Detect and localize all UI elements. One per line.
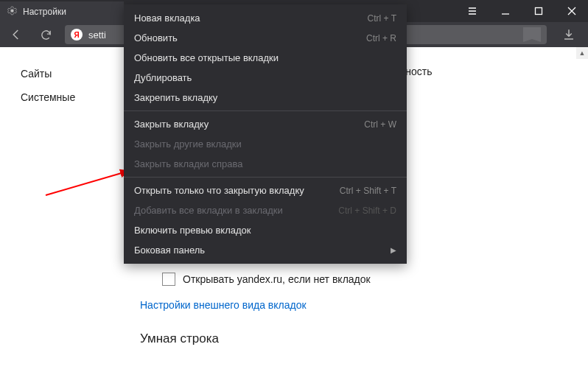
menu-separator (124, 177, 407, 178)
site-icon: Я (71, 29, 83, 41)
menu-pin[interactable]: Закрепить вкладку (124, 88, 407, 108)
back-button[interactable] (6, 24, 27, 45)
menu-bookmark-all: Добавить все вкладки в закладкиCtrl + Sh… (124, 200, 407, 220)
checkbox-icon[interactable] (162, 273, 175, 286)
menu-close-right: Закрыть вкладки справа (124, 154, 407, 174)
minimize-button[interactable] (489, 0, 522, 22)
tab-title: Настройки (23, 7, 66, 17)
scroll-up-button[interactable]: ▲ (576, 47, 588, 59)
close-button[interactable] (555, 0, 588, 22)
menu-side-panel[interactable]: Боковая панель▶ (124, 240, 407, 260)
gear-icon (7, 6, 17, 18)
menu-button[interactable] (455, 0, 489, 22)
bookmark-icon[interactable] (523, 27, 541, 42)
svg-point-0 (11, 10, 13, 12)
browser-tab[interactable]: Настройки (0, 1, 124, 22)
maximize-button[interactable] (522, 0, 555, 22)
svg-rect-1 (535, 8, 542, 15)
menu-new-tab[interactable]: Новая вкладкаCtrl + T (124, 8, 407, 28)
downloads-button[interactable] (556, 28, 582, 41)
url-text: setti (88, 29, 106, 41)
menu-reload[interactable]: ОбновитьCtrl + R (124, 28, 407, 48)
sidebar-item-sites[interactable]: Сайты (21, 62, 133, 85)
reload-button[interactable] (35, 24, 56, 45)
sidebar-item-system[interactable]: Системные (21, 85, 133, 109)
menu-close-tab[interactable]: Закрыть вкладкуCtrl + W (124, 114, 407, 134)
tab-appearance-link[interactable]: Настройки внешнего вида вкладок (140, 299, 588, 311)
svg-line-2 (46, 171, 129, 195)
menu-reopen-closed[interactable]: Открыть только что закрытую вкладкуCtrl … (124, 180, 407, 200)
menu-reload-all[interactable]: Обновить все открытые вкладки (124, 48, 407, 68)
submenu-arrow-icon: ▶ (391, 246, 396, 254)
tab-context-menu: Новая вкладкаCtrl + T ОбновитьCtrl + R О… (124, 4, 407, 264)
menu-separator (124, 110, 407, 111)
window-controls (455, 0, 588, 22)
option-label: Открывать yandex.ru, если нет вкладок (183, 273, 371, 285)
option-open-yandex[interactable]: Открывать yandex.ru, если нет вкладок (162, 268, 588, 290)
menu-close-other: Закрыть другие вкладки (124, 134, 407, 154)
settings-sidebar: Сайты Системные (0, 47, 133, 386)
menu-enable-preview[interactable]: Включить превью вкладок (124, 220, 407, 240)
section-heading-smartline: Умная строка (140, 331, 588, 346)
menu-duplicate[interactable]: Дублировать (124, 68, 407, 88)
